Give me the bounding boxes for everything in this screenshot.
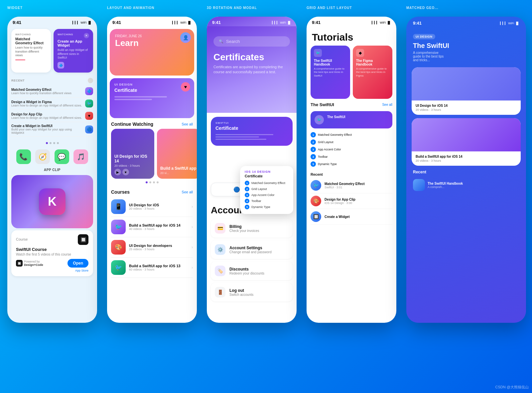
matched-recent: Recent The SwiftUI Handbook A compreh... <box>406 166 526 197</box>
continue-scroll-area: UI Design for iOS 14 20 videos - 3 hours… <box>107 129 197 179</box>
widget-card1-title: Matched Geometry Effect <box>15 37 47 45</box>
account-item-settings[interactable]: ⚙️ Account Settings Change email and pas… <box>211 240 293 259</box>
recent-item-1[interactable]: Matched Geometry Effect Learn how to qui… <box>11 85 93 98</box>
ios14-num-4: 4 <box>245 199 249 203</box>
mr-sub-1: A compreh... <box>428 185 463 189</box>
tutorial-card-figma[interactable]: ◆ The Figma Handbook A comprehensive gui… <box>353 46 392 99</box>
course-thumb-3: 🎨 <box>111 240 126 255</box>
widget-close-icon[interactable]: ✕ <box>84 33 89 38</box>
continue-card-2[interactable]: Build a SwiftUI app 20 vi... <box>157 129 197 179</box>
cert-card-front[interactable]: SWIFTUI Certificate <box>211 117 293 146</box>
recent-section-header: Recent <box>307 170 396 178</box>
tlc-label-2: Grid Layout <box>318 140 333 144</box>
course-arrow-2: › <box>192 225 193 229</box>
widget-card-appwidget[interactable]: WATCHING ✕ Create an App Widget Build an… <box>54 29 93 73</box>
widget-card-matched[interactable]: WATCHING Matched Geometry Effect Learn h… <box>11 29 51 73</box>
account-item-billing[interactable]: 💳 Billing Check your invoices <box>211 219 293 238</box>
matched-card-2[interactable]: Build a SwiftUI app for iOS 14 20 videos… <box>412 118 521 166</box>
recent-close-btn[interactable] <box>88 78 93 83</box>
cc-heart-icon[interactable]: ♥ <box>122 169 129 175</box>
matched-card-1-body: UI Design for iOS 14 20 videos - 3 hours <box>412 100 521 115</box>
tc-figma-desc: A comprehensive guide to the best tips a… <box>356 67 389 78</box>
tutorial-card-swiftui[interactable]: 🐦 The SwiftUI Handbook A comprehensive g… <box>311 46 350 99</box>
cert-search-bar[interactable]: 🔍 Search <box>213 36 290 47</box>
3d-status-icons: ▎▎▎ WiFi ▐▌ <box>272 21 291 24</box>
ts-see-all[interactable]: See all <box>382 103 392 106</box>
tlc-label-4: Toolbar <box>318 155 328 158</box>
course-sub-1: 20 videos - 3 hours <box>129 207 159 210</box>
app-icon-messages[interactable]: 💬 <box>55 149 69 164</box>
app-icon-music[interactable]: 🎵 <box>73 149 88 164</box>
app-icon-safari[interactable]: 🧭 <box>35 149 50 164</box>
layout-dots <box>107 179 197 186</box>
tlc-title: The SwiftUI <box>327 115 345 119</box>
matched-desc-2: guide to the best tips <box>413 55 519 58</box>
recent-item-3[interactable]: Design for App Clip Learn how to design … <box>11 110 93 122</box>
courses-list: 📱 UI Design for iOS 20 videos - 3 hours … <box>107 197 197 278</box>
billing-title: Billing <box>229 224 259 229</box>
course-row-2[interactable]: 🐦 Build a SwiftUI app for iOS 14 40 vide… <box>111 217 193 237</box>
swiftui-course-label: Course <box>16 237 28 241</box>
layout-battery-icon: ▐▌ <box>187 21 192 24</box>
powered-by-label: Powered by <box>24 260 43 263</box>
ri-title-1: Matched Geometry Effect <box>11 88 71 92</box>
featured-course-card[interactable]: UI DESIGN Certificate ♥ <box>110 78 194 118</box>
matched-card-1[interactable]: UI Design for iOS 14 20 videos - 3 hours <box>412 67 521 115</box>
recent-row-3[interactable]: 🔲 Create a Widget <box>311 209 392 225</box>
ri-desc-2: Learn how to design an App Widget of dif… <box>11 104 82 107</box>
continue-card-2-title: Build a SwiftUI app <box>160 166 197 171</box>
recent-item-4[interactable]: Create a Widget in SwiftUI Build your ow… <box>11 122 93 137</box>
matched-recent-item-1[interactable]: The SwiftUI Handbook A compreh... <box>413 177 519 193</box>
app-icon-phone[interactable]: 📞 <box>16 149 31 164</box>
widget-progress-bar <box>15 60 25 60</box>
tc-swiftui-icon: 🐦 <box>314 49 322 57</box>
discounts-sub: Redeem your discounts <box>229 272 264 275</box>
ts-title: The SwiftUI <box>311 102 334 107</box>
continue-see-all[interactable]: See all <box>182 122 193 126</box>
featured-tag: UI DESIGN <box>114 83 190 86</box>
matched-card-2-title: Build a SwiftUI app for iOS 14 <box>416 155 517 158</box>
course-sub-2: 40 videos - 3 hours <box>129 227 181 231</box>
recent-row-1[interactable]: 🐦 Matched Geometry Effect SwiftUI · 3:01 <box>311 178 392 193</box>
app-store-link[interactable]: App Store <box>75 269 88 272</box>
recent-item-2[interactable]: Design a Widget in Figma Learn how to de… <box>11 98 93 110</box>
cc-play-icon[interactable]: ▶ <box>114 169 121 175</box>
open-button[interactable]: Open <box>67 259 88 268</box>
course-sub-3: 25 videos - 3 hours <box>129 248 172 251</box>
tc-figma-icon: ◆ <box>356 49 364 57</box>
widget-card2-desc: Build an App Widget of different sizes i… <box>58 48 89 60</box>
widget-watching-label-1: WATCHING <box>15 33 47 36</box>
ios14-num-5: 5 <box>245 205 249 209</box>
tc-swiftui-desc: A comprehensive guide to the best tips a… <box>314 67 347 78</box>
signal-icon: ▎▎▎ <box>72 21 79 24</box>
learn-header: FRIDAY, JUNE 26 Learn 👤 <box>110 29 194 76</box>
mr-thumb-1 <box>413 179 425 191</box>
tlc-num-4: 4 <box>311 154 316 159</box>
section-label-3d: 3D ROTATION AND MODAL <box>207 6 257 10</box>
continue-card-1[interactable]: UI Design for iOS 14 20 videos - 3 hours… <box>111 129 154 179</box>
tutorials-title: Tutorials <box>312 32 391 43</box>
courses-see-all[interactable]: See all <box>182 190 193 194</box>
ios14-num-2: 2 <box>245 187 249 191</box>
account-item-discounts[interactable]: 🏷️ Discounts Redeem your discounts <box>211 262 293 280</box>
recent-row-2[interactable]: 🎨 Design for App Clip iOS 14 Design · 3:… <box>311 193 392 209</box>
account-item-logout[interactable]: 🚪 Log out Switch accounts <box>211 283 293 301</box>
featured-heart-icon[interactable]: ♥ <box>181 82 190 92</box>
cert-card-front-badge: SWIFTUI <box>215 121 288 124</box>
cert-hero: 🔍 Search Certificates Certificates are a… <box>207 26 297 113</box>
matched-card-1-title: UI Design for iOS 14 <box>416 104 517 107</box>
cert-desc: Certificates are acquired by completing … <box>213 65 290 75</box>
recent-label: RECENT <box>11 79 25 82</box>
ios14-popup-list: 1 Matched Geometry Effect 2 Grid Layout … <box>245 180 289 210</box>
continue-watching-title: Continue Watching <box>111 121 153 127</box>
course-row-1[interactable]: 📱 UI Design for iOS 20 videos - 3 hours … <box>111 197 193 217</box>
tlc-label-3: App Accent Color <box>318 148 341 151</box>
matched-content: UI DESIGN The SwiftUI A comprehensive gu… <box>406 28 526 67</box>
rr-title-3: Create a Widget <box>325 215 349 219</box>
widget-time: 9:41 <box>13 20 21 25</box>
recent-items-list: 🐦 Matched Geometry Effect SwiftUI · 3:01… <box>307 178 396 225</box>
tutorial-list-card[interactable]: 🐦 The SwiftUI <box>311 111 392 128</box>
swiftui-course-card[interactable]: Course 🔲 SwiftUI Course Watch the first … <box>11 230 93 276</box>
course-row-3[interactable]: 🎨 UI Design for developers 25 videos - 3… <box>111 237 193 258</box>
course-row-4[interactable]: 🐦 Build a SwiftUI app for iOS 13 60 vide… <box>111 258 193 278</box>
